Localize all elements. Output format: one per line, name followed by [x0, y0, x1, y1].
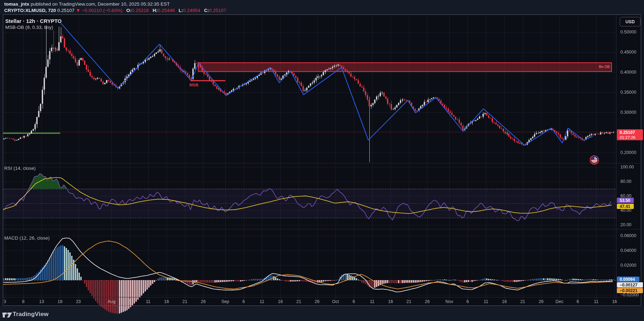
order-block-label: Be-OB: [591, 65, 610, 69]
time-tick-label: Nov: [445, 299, 453, 304]
tradingview-logo-icon[interactable]: [2, 311, 13, 319]
time-tick-label: 16: [164, 299, 169, 304]
time-tick-label: 16: [502, 299, 507, 304]
time-tick-label: 23: [76, 299, 81, 304]
time-tick-label: 8: [22, 299, 25, 304]
symbol-line: CRYPTO:XLMUSD, 720 0.25107 ▼ −0.00210 (−…: [4, 8, 226, 13]
indicator-legend-rsi[interactable]: RSI (14, close): [4, 166, 36, 171]
time-tick-label: 16: [612, 299, 617, 304]
tradingview-wordmark[interactable]: TradingView: [13, 311, 49, 318]
macd-tick-label: 0.06000: [620, 233, 636, 238]
publish-info: published on TradingView.com, December 1…: [29, 1, 170, 7]
last-price-text: 0.25107: [57, 8, 75, 13]
time-tick-label: 26: [315, 299, 320, 304]
time-tick-label: 11: [484, 299, 488, 304]
rsi-ma-value-badge: 47.41: [617, 204, 634, 209]
time-tick-label: 21: [520, 299, 525, 304]
macd-value-badge: −0.00127: [617, 282, 643, 288]
time-tick-label: 11: [146, 299, 150, 304]
time-tick-label: 16: [388, 299, 393, 304]
bar-countdown: 01:27:26: [620, 135, 636, 140]
time-tick-label: 6: [577, 299, 579, 304]
indicator-legend-msb-ob[interactable]: MSB-OB (9, 0.33, tiny): [5, 25, 53, 30]
time-tick-label: 26: [425, 299, 430, 304]
publish-line: tomas_jntx published on TradingView.com,…: [4, 1, 170, 7]
macd-signal-value-badge: −0.00221: [617, 288, 643, 293]
time-tick-label: 26: [201, 299, 206, 304]
currency-toggle-button[interactable]: USD: [620, 17, 640, 26]
last-price-value: 0.25107: [620, 130, 635, 135]
time-tick-label: Oct: [332, 299, 339, 304]
time-tick-label: 6: [352, 299, 355, 304]
price-tick-label: 0.20000: [620, 150, 636, 155]
high-label: H:: [152, 8, 157, 13]
time-tick-label: 21: [296, 299, 301, 304]
price-change: ▼ −0.00210 (−0.83%): [76, 8, 123, 13]
macd-tick-label: 0.02000: [620, 263, 636, 268]
time-tick-label: 6: [467, 299, 469, 304]
rsi-tick-label: 20.00: [620, 222, 631, 227]
low-value: 0.24954: [183, 8, 200, 13]
time-tick-label: 13: [39, 299, 44, 304]
time-tick-label: 11: [370, 299, 375, 304]
macd-tick-label: −0.02000: [620, 292, 639, 297]
us-event-flag-icon[interactable]: [590, 155, 599, 165]
price-tick-label: 0.45000: [620, 50, 636, 55]
price-tick-label: 0.30000: [620, 110, 636, 115]
time-tick-label: 11: [260, 299, 264, 304]
price-tick-label: 0.50000: [620, 30, 636, 35]
msb-label: MSB: [189, 83, 199, 87]
time-tick-label: 3: [4, 299, 6, 304]
chart-legend-title[interactable]: Stellar · 12h · CRYPTO: [5, 18, 62, 24]
time-tick-label: 26: [539, 299, 544, 304]
author-name: tomas_jntx: [4, 1, 29, 7]
rsi-tick-label: 100.00: [620, 165, 634, 169]
price-tick-label: 0.40000: [620, 70, 636, 75]
last-price-badge: 0.25107 01:27:26: [617, 129, 643, 140]
time-tick-label: 18: [57, 299, 62, 304]
macd-tick-label: 0.04000: [620, 248, 636, 253]
tradingview-snapshot: tomas_jntx published on TradingView.com,…: [0, 0, 644, 321]
low-label: L:: [179, 8, 183, 13]
time-tick-label: 16: [278, 299, 283, 304]
time-tick-label: 21: [406, 299, 411, 304]
time-tick-label: Dec: [556, 299, 563, 304]
time-tick-label: Aug: [107, 299, 115, 304]
time-tick-label: Sep: [221, 299, 229, 304]
rsi-tick-label: 80.00: [620, 179, 631, 184]
time-tick-label: 21: [182, 299, 187, 304]
chart-canvas[interactable]: [0, 0, 644, 321]
time-tick-label: 6: [242, 299, 245, 304]
time-tick-label: 6: [129, 299, 131, 304]
symbol-interval: CRYPTO:XLMUSD, 720: [4, 8, 56, 13]
price-tick-label: 0.35000: [620, 90, 636, 95]
close-value: 0.25107: [209, 8, 226, 13]
close-label: C:: [204, 8, 209, 13]
macd-hist-value-badge: 0.00094: [617, 277, 639, 282]
time-tick-label: 11: [594, 299, 599, 304]
high-value: 0.25446: [158, 8, 175, 13]
rsi-value-badge: 53.50: [617, 198, 634, 203]
open-value: 0.25316: [132, 8, 149, 13]
indicator-legend-macd[interactable]: MACD (12, 26, close): [4, 235, 50, 241]
open-label: O:: [126, 8, 132, 13]
